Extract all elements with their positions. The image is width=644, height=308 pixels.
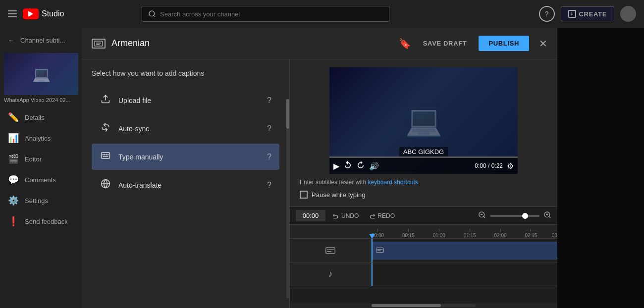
subtitle-hint-suffix: . [418,179,420,186]
create-button[interactable]: + CREATE [561,6,614,21]
play-button[interactable]: ▶ [333,161,339,171]
back-button[interactable]: ← Channel subti... [0,32,82,49]
ruler-mark-3: 01:15 [464,229,476,238]
back-icon: ← [8,37,14,44]
scrollbar-track[interactable] [372,304,476,307]
sidebar-video-title: WhatsApp Video 2024 02... [4,97,78,103]
top-navigation: Studio ? + CREATE [0,0,644,28]
auto-translate-icon [100,179,111,191]
sidebar-feedback-label: Send feedback [25,218,68,225]
ruler-mark-4: 02:00 [494,229,507,238]
svg-rect-23 [376,248,384,252]
modal-title: Armenian [111,38,393,49]
option-upload-file[interactable]: Upload file ? [92,87,279,113]
sidebar-item-details[interactable]: ✏️ Details [0,107,82,128]
details-icon: ✏️ [8,112,19,123]
redo-button[interactable]: REDO [366,210,398,221]
type-manually-label: Type manually [118,153,260,161]
zoom-slider[interactable] [490,215,539,217]
timeline-time-input[interactable] [296,210,325,221]
auto-sync-label: Auto-sync [118,125,260,133]
video-preview: 💻 ABC GIGKDG ▶ [329,67,518,174]
create-label: CREATE [579,10,607,18]
analytics-icon: 📊 [8,133,19,144]
close-button[interactable]: ✕ [539,38,547,50]
playhead [372,239,373,262]
video-caption-overlay: ABC GIGKDG [399,147,448,156]
sidebar-item-analytics[interactable]: 📊 Analytics [0,128,82,149]
sidebar-item-comments[interactable]: 💬 Comments [0,169,82,190]
publish-button[interactable]: PUBLISH [479,36,529,51]
video-settings-button[interactable]: ⚙ [507,161,514,171]
hamburger-menu[interactable] [8,10,17,17]
search-bar[interactable] [142,6,389,22]
modal-header: Armenian 🔖 SAVE DRAFT PUBLISH ✕ [82,28,557,59]
audio-track-label: ♪ [290,262,372,286]
scrollbar-thumb[interactable] [372,304,441,307]
editor-icon: 🎬 [8,154,19,164]
zoom-in-button[interactable] [543,211,551,221]
subtitle-track-content [372,239,557,262]
svg-line-14 [483,216,485,218]
search-input[interactable] [160,10,383,18]
youtube-logo [23,8,39,19]
sidebar-comments-label: Comments [25,176,56,184]
scroll-thumb[interactable] [286,99,289,129]
pause-while-typing-row: Pause while typing [300,191,547,199]
sidebar: ← Channel subti... 💻 WhatsApp Video 2024… [0,28,82,308]
option-auto-translate[interactable]: Auto-translate ? [92,172,279,198]
sidebar-analytics-label: Analytics [25,135,51,142]
ruler-mark-0: 00:00 [372,229,384,238]
laptop-icon: 💻 [32,65,51,83]
avatar[interactable] [620,6,636,22]
zoom-thumb[interactable] [522,213,528,219]
scroll-track [286,99,289,298]
audio-track-row: ♪ [290,262,557,286]
modal-dialog: Armenian 🔖 SAVE DRAFT PUBLISH ✕ Select h… [82,28,557,308]
auto-translate-label: Auto-translate [118,181,260,189]
comments-icon: 💬 [8,174,19,185]
timeline-tracks: ♪ [290,239,557,303]
modal-header-icon [92,39,106,49]
sidebar-item-editor[interactable]: 🎬 Editor [0,149,82,169]
ruler-mark-1: 00:15 [402,229,415,238]
subtitle-block[interactable] [372,242,557,259]
channel-subtitle-label: Channel subti... [20,37,65,44]
type-manually-help-icon[interactable]: ? [267,153,271,161]
keyboard-shortcuts-link[interactable]: keyboard shortcuts [368,179,418,186]
timeline-scrollbar [290,303,557,308]
option-type-manually[interactable]: Type manually ? [92,144,279,170]
undo-button[interactable]: UNDO [329,210,362,221]
auto-translate-help-icon[interactable]: ? [267,181,271,190]
forward-button[interactable] [356,160,365,171]
undo-label: UNDO [341,212,359,219]
modal-overlay: Armenian 🔖 SAVE DRAFT PUBLISH ✕ Select h… [82,28,644,308]
upload-help-icon[interactable]: ? [267,96,271,105]
save-draft-button[interactable]: SAVE DRAFT [417,36,473,51]
volume-button[interactable]: 🔊 [369,161,379,171]
sidebar-item-send-feedback[interactable]: ❗ Send feedback [0,211,82,232]
help-button[interactable]: ? [539,6,555,22]
select-heading: Select how you want to add captions [92,69,279,77]
pause-typing-checkbox[interactable] [300,191,308,199]
sidebar-item-settings[interactable]: ⚙️ Settings [0,190,82,211]
logo: Studio [23,8,64,19]
bookmark-button[interactable]: 🔖 [399,38,411,50]
svg-point-0 [149,11,155,16]
rewind-button[interactable] [343,160,352,171]
option-auto-sync[interactable]: Auto-sync ? [92,115,279,142]
settings-icon: ⚙️ [8,195,19,206]
video-controls: ▶ [329,158,518,174]
ruler-mark-6: 03:03 [552,229,557,238]
zoom-out-button[interactable] [478,211,486,221]
caption-options-panel: Select how you want to add captions Up [82,59,290,308]
autosync-help-icon[interactable]: ? [267,124,271,133]
svg-line-1 [154,15,155,17]
search-icon [148,10,156,18]
sidebar-video-thumbnail: 💻 [4,53,78,95]
subtitle-hint: Enter subtitles faster with keyboard sho… [300,179,547,186]
create-icon: + [568,10,576,18]
zoom-controls [478,211,551,221]
upload-file-label: Upload file [118,97,260,104]
subtitle-block-icon [376,247,384,255]
